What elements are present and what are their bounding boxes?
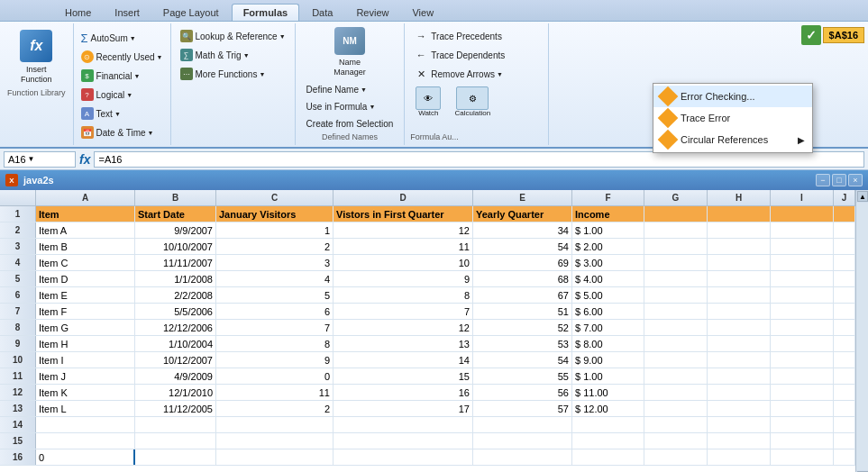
grid-cell[interactable] bbox=[834, 401, 855, 416]
col-header-d[interactable]: D bbox=[333, 190, 473, 205]
grid-cell[interactable] bbox=[834, 352, 855, 368]
grid-cell[interactable]: $ 7.00 bbox=[572, 320, 644, 335]
grid-cell[interactable] bbox=[708, 352, 771, 368]
grid-cell[interactable] bbox=[708, 239, 771, 254]
logical-button[interactable]: ? Logical ▼ bbox=[78, 86, 167, 104]
row-header[interactable]: 16 bbox=[0, 449, 36, 465]
row-header[interactable]: 8 bbox=[0, 320, 36, 335]
grid-cell[interactable] bbox=[473, 417, 572, 432]
grid-cell[interactable]: 69 bbox=[473, 255, 572, 270]
grid-cell[interactable]: 11/11/2007 bbox=[135, 255, 216, 270]
grid-cell[interactable]: 16 bbox=[333, 385, 473, 400]
grid-cell[interactable] bbox=[834, 271, 855, 286]
grid-cell[interactable] bbox=[834, 222, 855, 238]
grid-cell[interactable]: 9/9/2007 bbox=[135, 222, 216, 238]
trace-precedents-button[interactable]: → Trace Precedents bbox=[410, 27, 543, 45]
grid-cell[interactable] bbox=[216, 433, 333, 449]
grid-cell[interactable] bbox=[771, 336, 834, 351]
grid-cell[interactable]: $ 4.00 bbox=[572, 271, 644, 286]
grid-cell[interactable] bbox=[572, 417, 644, 432]
grid-cell[interactable]: 52 bbox=[473, 320, 572, 335]
grid-cell[interactable] bbox=[333, 417, 473, 432]
grid-cell[interactable] bbox=[708, 417, 771, 432]
grid-cell[interactable]: 4/9/2009 bbox=[135, 368, 216, 384]
grid-cell[interactable]: Vistors in First Quarter bbox=[333, 206, 473, 222]
grid-cell[interactable]: 1 bbox=[216, 222, 333, 238]
grid-cell[interactable]: Item I bbox=[36, 352, 135, 368]
grid-cell[interactable] bbox=[834, 304, 855, 319]
grid-cell[interactable]: 14 bbox=[333, 352, 473, 368]
grid-cell[interactable]: 0 bbox=[36, 449, 135, 465]
grid-cell[interactable]: 2 bbox=[216, 401, 333, 416]
grid-cell[interactable] bbox=[834, 417, 855, 432]
grid-cell[interactable] bbox=[771, 304, 834, 319]
col-header-a[interactable]: A bbox=[36, 190, 135, 205]
lookup-ref-button[interactable]: 🔍 Lookup & Reference ▼ bbox=[175, 27, 291, 45]
grid-cell[interactable]: 67 bbox=[473, 287, 572, 303]
trace-error-menu-item[interactable]: Trace Error bbox=[653, 107, 812, 129]
row-header[interactable]: 5 bbox=[0, 271, 36, 286]
col-header-i[interactable]: I bbox=[771, 190, 834, 205]
grid-cell[interactable]: January Visitors bbox=[216, 206, 333, 222]
grid-cell[interactable] bbox=[771, 449, 834, 465]
grid-cell[interactable] bbox=[36, 417, 135, 432]
grid-cell[interactable] bbox=[708, 320, 771, 335]
grid-cell[interactable]: Item C bbox=[36, 255, 135, 270]
grid-cell[interactable]: Item E bbox=[36, 287, 135, 303]
grid-cell[interactable]: 54 bbox=[473, 239, 572, 254]
math-trig-button[interactable]: ∑ Math & Trig ▼ bbox=[175, 46, 291, 64]
grid-cell[interactable] bbox=[771, 287, 834, 303]
grid-cell[interactable] bbox=[333, 449, 473, 465]
row-header[interactable]: 15 bbox=[0, 433, 36, 449]
close-button[interactable]: × bbox=[848, 174, 863, 186]
tab-formulas[interactable]: Formulas bbox=[232, 4, 300, 21]
grid-cell[interactable]: 0 bbox=[216, 368, 333, 384]
grid-cell[interactable] bbox=[572, 449, 644, 465]
grid-cell[interactable] bbox=[135, 433, 216, 449]
grid-cell[interactable]: 68 bbox=[473, 271, 572, 286]
col-header-e[interactable]: E bbox=[473, 190, 572, 205]
col-header-b[interactable]: B bbox=[135, 190, 216, 205]
grid-cell[interactable]: 54 bbox=[473, 352, 572, 368]
grid-cell[interactable] bbox=[771, 206, 834, 222]
grid-cell[interactable] bbox=[771, 401, 834, 416]
grid-cell[interactable] bbox=[771, 239, 834, 254]
grid-cell[interactable] bbox=[708, 336, 771, 351]
grid-cell[interactable]: Item bbox=[36, 206, 135, 222]
row-header[interactable]: 4 bbox=[0, 255, 36, 270]
date-time-button[interactable]: 📅 Date & Time ▼ bbox=[78, 123, 167, 141]
grid-cell[interactable]: $ 1.00 bbox=[572, 222, 644, 238]
grid-cell[interactable]: 12 bbox=[333, 222, 473, 238]
grid-cell[interactable]: 10/12/2007 bbox=[135, 352, 216, 368]
row-header[interactable]: 11 bbox=[0, 368, 36, 384]
error-checking-menu-item[interactable]: Error Checking... bbox=[653, 86, 812, 107]
grid-cell[interactable]: 1/1/2008 bbox=[135, 271, 216, 286]
grid-cell[interactable]: $ 2.00 bbox=[572, 239, 644, 254]
grid-cell[interactable] bbox=[708, 449, 771, 465]
circular-references-menu-item[interactable]: Circular References ▶ bbox=[653, 129, 812, 150]
row-header[interactable]: 1 bbox=[0, 206, 36, 222]
grid-cell[interactable] bbox=[771, 271, 834, 286]
grid-cell[interactable] bbox=[708, 255, 771, 270]
row-header[interactable]: 7 bbox=[0, 304, 36, 319]
grid-cell[interactable]: 5/5/2006 bbox=[135, 304, 216, 319]
col-header-f[interactable]: F bbox=[572, 190, 644, 205]
grid-cell[interactable] bbox=[36, 433, 135, 449]
checkmark-icon[interactable]: ✓ bbox=[801, 25, 821, 45]
grid-cell[interactable]: 10/10/2007 bbox=[135, 239, 216, 254]
grid-cell[interactable]: Item G bbox=[36, 320, 135, 335]
grid-cell[interactable]: 8 bbox=[333, 287, 473, 303]
grid-cell[interactable] bbox=[644, 271, 708, 286]
grid-cell[interactable]: Item D bbox=[36, 271, 135, 286]
grid-cell[interactable] bbox=[771, 222, 834, 238]
grid-cell[interactable] bbox=[771, 255, 834, 270]
grid-cell[interactable] bbox=[473, 433, 572, 449]
grid-cell[interactable] bbox=[708, 433, 771, 449]
grid-cell[interactable]: 15 bbox=[333, 368, 473, 384]
grid-cell[interactable] bbox=[834, 385, 855, 400]
grid-cell[interactable] bbox=[644, 401, 708, 416]
grid-cell[interactable]: Income bbox=[572, 206, 644, 222]
grid-cell[interactable] bbox=[708, 222, 771, 238]
minimize-button[interactable]: − bbox=[816, 174, 830, 186]
grid-cell[interactable] bbox=[708, 385, 771, 400]
